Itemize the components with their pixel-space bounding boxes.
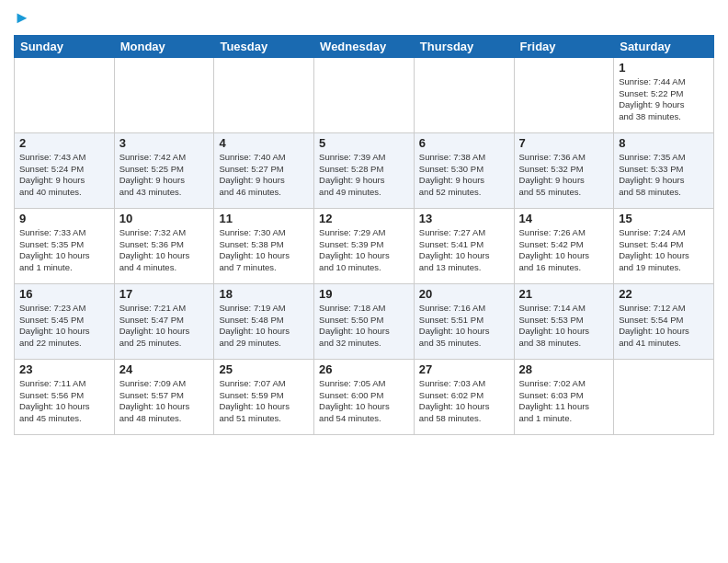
header-day-thursday: Thursday — [414, 35, 514, 57]
calendar-cell: 5Sunrise: 7:39 AM Sunset: 5:28 PM Daylig… — [314, 132, 415, 208]
day-number: 8 — [619, 136, 709, 150]
day-info: Sunrise: 7:44 AM Sunset: 5:22 PM Dayligh… — [619, 76, 709, 123]
day-info: Sunrise: 7:39 AM Sunset: 5:28 PM Dayligh… — [319, 152, 409, 199]
header-day-tuesday: Tuesday — [214, 35, 314, 57]
calendar-cell: 21Sunrise: 7:14 AM Sunset: 5:53 PM Dayli… — [514, 283, 614, 359]
day-number: 9 — [19, 212, 109, 225]
calendar-cell — [414, 57, 514, 132]
day-number: 21 — [519, 287, 609, 301]
day-number: 5 — [319, 136, 409, 150]
calendar-table: SundayMondayTuesdayWednesdayThursdayFrid… — [14, 35, 714, 435]
calendar-cell: 24Sunrise: 7:09 AM Sunset: 5:57 PM Dayli… — [114, 359, 214, 434]
week-row-1: 1Sunrise: 7:44 AM Sunset: 5:22 PM Daylig… — [15, 57, 714, 132]
day-number: 28 — [519, 362, 609, 376]
day-info: Sunrise: 7:27 AM Sunset: 5:41 PM Dayligh… — [419, 227, 509, 274]
calendar-cell — [514, 57, 614, 132]
day-info: Sunrise: 7:16 AM Sunset: 5:51 PM Dayligh… — [419, 303, 509, 350]
calendar-cell — [114, 57, 214, 132]
calendar-cell: 25Sunrise: 7:07 AM Sunset: 5:59 PM Dayli… — [214, 359, 314, 434]
day-number: 3 — [119, 136, 210, 150]
calendar-cell: 16Sunrise: 7:23 AM Sunset: 5:45 PM Dayli… — [15, 283, 115, 359]
calendar-cell — [614, 359, 714, 434]
week-row-3: 9Sunrise: 7:33 AM Sunset: 5:35 PM Daylig… — [15, 208, 714, 283]
day-number: 26 — [319, 362, 409, 376]
day-number: 19 — [319, 287, 409, 301]
calendar-cell: 2Sunrise: 7:43 AM Sunset: 5:24 PM Daylig… — [15, 132, 115, 208]
day-number: 6 — [419, 136, 509, 150]
header-day-friday: Friday — [514, 35, 614, 57]
week-row-5: 23Sunrise: 7:11 AM Sunset: 5:56 PM Dayli… — [15, 359, 714, 434]
day-info: Sunrise: 7:24 AM Sunset: 5:44 PM Dayligh… — [619, 227, 709, 274]
calendar-cell: 14Sunrise: 7:26 AM Sunset: 5:42 PM Dayli… — [514, 208, 614, 283]
day-number: 25 — [219, 362, 309, 376]
day-number: 24 — [119, 362, 210, 376]
calendar-cell: 7Sunrise: 7:36 AM Sunset: 5:32 PM Daylig… — [514, 132, 614, 208]
day-info: Sunrise: 7:05 AM Sunset: 6:00 PM Dayligh… — [319, 378, 409, 425]
day-number: 4 — [219, 136, 309, 150]
day-number: 13 — [419, 212, 509, 225]
day-info: Sunrise: 7:21 AM Sunset: 5:47 PM Dayligh… — [119, 303, 210, 350]
calendar-cell: 9Sunrise: 7:33 AM Sunset: 5:35 PM Daylig… — [15, 208, 115, 283]
header-row: SundayMondayTuesdayWednesdayThursdayFrid… — [15, 35, 714, 57]
day-info: Sunrise: 7:36 AM Sunset: 5:32 PM Dayligh… — [519, 152, 609, 199]
calendar-cell: 26Sunrise: 7:05 AM Sunset: 6:00 PM Dayli… — [314, 359, 415, 434]
week-row-2: 2Sunrise: 7:43 AM Sunset: 5:24 PM Daylig… — [15, 132, 714, 208]
day-number: 2 — [19, 136, 109, 150]
calendar-cell: 10Sunrise: 7:32 AM Sunset: 5:36 PM Dayli… — [114, 208, 214, 283]
calendar-cell: 28Sunrise: 7:02 AM Sunset: 6:03 PM Dayli… — [514, 359, 614, 434]
calendar-cell — [314, 57, 415, 132]
calendar-cell: 4Sunrise: 7:40 AM Sunset: 5:27 PM Daylig… — [214, 132, 314, 208]
header: ► — [14, 9, 714, 28]
calendar-cell: 13Sunrise: 7:27 AM Sunset: 5:41 PM Dayli… — [414, 208, 514, 283]
day-info: Sunrise: 7:26 AM Sunset: 5:42 PM Dayligh… — [519, 227, 609, 274]
day-info: Sunrise: 7:07 AM Sunset: 5:59 PM Dayligh… — [219, 378, 309, 425]
week-row-4: 16Sunrise: 7:23 AM Sunset: 5:45 PM Dayli… — [15, 283, 714, 359]
day-number: 1 — [619, 61, 709, 75]
page-container: ► SundayMondayTuesdayWednesdayThursdayFr… — [0, 0, 728, 563]
logo: ► — [14, 9, 30, 28]
day-number: 7 — [519, 136, 609, 150]
day-number: 17 — [119, 287, 210, 301]
day-info: Sunrise: 7:38 AM Sunset: 5:30 PM Dayligh… — [419, 152, 509, 199]
calendar-cell: 8Sunrise: 7:35 AM Sunset: 5:33 PM Daylig… — [614, 132, 714, 208]
day-info: Sunrise: 7:33 AM Sunset: 5:35 PM Dayligh… — [19, 227, 109, 274]
calendar-cell: 27Sunrise: 7:03 AM Sunset: 6:02 PM Dayli… — [414, 359, 514, 434]
day-number: 15 — [619, 212, 709, 225]
calendar-cell: 17Sunrise: 7:21 AM Sunset: 5:47 PM Dayli… — [114, 283, 214, 359]
day-info: Sunrise: 7:02 AM Sunset: 6:03 PM Dayligh… — [519, 378, 609, 425]
day-number: 27 — [419, 362, 509, 376]
day-number: 16 — [19, 287, 109, 301]
calendar-cell — [15, 57, 115, 132]
day-number: 23 — [19, 362, 109, 376]
calendar-cell: 19Sunrise: 7:18 AM Sunset: 5:50 PM Dayli… — [314, 283, 415, 359]
header-day-monday: Monday — [114, 35, 214, 57]
calendar-cell: 23Sunrise: 7:11 AM Sunset: 5:56 PM Dayli… — [15, 359, 115, 434]
header-day-sunday: Sunday — [15, 35, 115, 57]
day-info: Sunrise: 7:11 AM Sunset: 5:56 PM Dayligh… — [19, 378, 109, 425]
day-number: 12 — [319, 212, 409, 225]
day-info: Sunrise: 7:35 AM Sunset: 5:33 PM Dayligh… — [619, 152, 709, 199]
day-info: Sunrise: 7:29 AM Sunset: 5:39 PM Dayligh… — [319, 227, 409, 274]
day-info: Sunrise: 7:14 AM Sunset: 5:53 PM Dayligh… — [519, 303, 609, 350]
calendar-cell: 11Sunrise: 7:30 AM Sunset: 5:38 PM Dayli… — [214, 208, 314, 283]
calendar-cell: 18Sunrise: 7:19 AM Sunset: 5:48 PM Dayli… — [214, 283, 314, 359]
day-number: 20 — [419, 287, 509, 301]
day-info: Sunrise: 7:43 AM Sunset: 5:24 PM Dayligh… — [19, 152, 109, 199]
day-info: Sunrise: 7:30 AM Sunset: 5:38 PM Dayligh… — [219, 227, 309, 274]
calendar-cell: 6Sunrise: 7:38 AM Sunset: 5:30 PM Daylig… — [414, 132, 514, 208]
day-number: 11 — [219, 212, 309, 225]
day-info: Sunrise: 7:23 AM Sunset: 5:45 PM Dayligh… — [19, 303, 109, 350]
day-info: Sunrise: 7:03 AM Sunset: 6:02 PM Dayligh… — [419, 378, 509, 425]
logo-icon-shape: ► — [14, 8, 30, 27]
calendar-cell: 15Sunrise: 7:24 AM Sunset: 5:44 PM Dayli… — [614, 208, 714, 283]
day-info: Sunrise: 7:12 AM Sunset: 5:54 PM Dayligh… — [619, 303, 709, 350]
header-day-wednesday: Wednesday — [314, 35, 415, 57]
calendar-cell: 20Sunrise: 7:16 AM Sunset: 5:51 PM Dayli… — [414, 283, 514, 359]
day-number: 14 — [519, 212, 609, 225]
calendar-body: 1Sunrise: 7:44 AM Sunset: 5:22 PM Daylig… — [15, 57, 714, 434]
day-number: 18 — [219, 287, 309, 301]
calendar-cell — [214, 57, 314, 132]
day-info: Sunrise: 7:19 AM Sunset: 5:48 PM Dayligh… — [219, 303, 309, 350]
day-number: 10 — [119, 212, 210, 225]
calendar-header: SundayMondayTuesdayWednesdayThursdayFrid… — [15, 35, 714, 57]
